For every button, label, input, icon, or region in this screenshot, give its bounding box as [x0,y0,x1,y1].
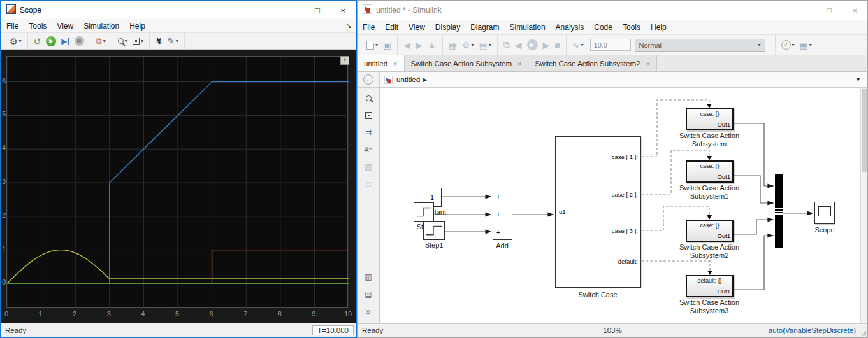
forward-button[interactable]: ▶ [413,40,425,50]
maximize-button[interactable]: □ [816,1,842,20]
scope-block[interactable] [814,202,835,224]
menu-diagram[interactable]: Diagram [465,23,504,32]
close-icon[interactable]: × [393,60,397,67]
menu-view[interactable]: View [403,23,430,32]
sim-step-back-button[interactable]: ◀ [512,40,524,50]
wave-icon: ∿ [572,40,580,50]
document-tabbar: untitled × Switch Case Action Subsystem … [358,55,867,72]
menu-simulation[interactable]: Simulation [78,22,124,31]
up-button[interactable]: ▲ [425,40,439,50]
breadcrumb-back-button[interactable]: ← [363,74,373,85]
scrollbar-thumb[interactable] [862,89,867,172]
menu-code[interactable]: Code [589,23,618,32]
subsystem-label: Switch Case Action Subsystem3 [668,299,751,315]
menu-overflow-icon[interactable]: ↘ [346,22,352,30]
minimize-button[interactable]: – [791,1,816,20]
close-icon[interactable]: × [646,60,649,67]
maximize-button[interactable]: □ [305,1,330,19]
model-canvas[interactable]: 1 Constant Step Step1 + + + Add [380,88,861,323]
step1-block[interactable] [423,221,445,240]
solver-name[interactable]: auto(VariableStepDiscrete) [769,327,856,334]
desktop: Scope – □ × File Tools View Simulation H… [0,0,868,338]
menu-tools[interactable]: Tools [24,22,52,31]
build-button[interactable]: ▦▾ [797,40,814,50]
x-tick-label: 8 [278,310,282,318]
step-forward-button[interactable]: ▶ [59,38,71,45]
menu-help[interactable]: Help [646,23,672,32]
palette-inspector-button[interactable]: ▤ [361,287,376,301]
sim-step-forward-button[interactable]: ▶ [540,40,553,50]
menu-edit[interactable]: Edit [380,23,403,32]
palette-zoom-button[interactable] [361,91,376,105]
highlight-block-button[interactable]: ⧉▾ [94,36,108,46]
model-explorer-button[interactable]: ▤▾ [476,40,493,50]
x-tick-label: 0 [4,310,8,318]
span-axes-button[interactable]: ▾ [130,38,146,45]
tab-switch-case-action-subsystem2[interactable]: Switch Case Action Subsystem2 × [528,55,656,71]
rewind-icon: ↺ [34,36,41,46]
add-block[interactable]: + + + [493,188,512,240]
scope-settings-button[interactable]: ⚙▾ [7,36,24,46]
step-back-button[interactable]: ↺ [31,36,44,46]
menu-display[interactable]: Display [430,23,465,32]
fit-view-icon [365,112,372,119]
switch-case-input-port: u1 [559,208,566,215]
measurements-button[interactable]: ✎▾ [165,36,181,46]
tab-switch-case-action-subsystem[interactable]: Switch Case Action Subsystem × [405,55,529,71]
switch-case-action-subsystem3-block[interactable]: default: {} Out1 [686,275,734,297]
breadcrumb-dropdown-icon[interactable]: ▼ [855,76,861,83]
close-icon[interactable]: × [517,60,521,67]
signal-monitor-button[interactable]: ⧉ [501,39,512,50]
stop-button[interactable] [72,36,87,46]
plot-dock-button[interactable]: ↥ [340,56,349,65]
menu-file[interactable]: File [1,22,24,31]
play-icon: ▶ [46,36,56,46]
model-config-button[interactable]: ⚙▾ [459,40,477,50]
mux-block[interactable] [775,174,783,248]
palette-image-button[interactable]: ▨ [361,160,376,174]
menu-analysis[interactable]: Analysis [551,23,590,32]
switch-case-action-subsystem1-block[interactable]: case: {} Out1 [686,160,734,183]
sim-run-button[interactable]: ▶ [524,39,540,50]
menu-tools[interactable]: Tools [618,23,646,32]
sim-mode-select[interactable]: Normal▾ [635,39,765,52]
close-button[interactable]: × [330,1,356,19]
palette-viewmarks-button[interactable]: ▥ [361,270,376,284]
add-port-plus: + [496,194,500,201]
menu-simulation[interactable]: Simulation [505,23,551,32]
highlight-icon: ⧉ [96,36,102,46]
palette-fit-view-button[interactable] [361,108,376,122]
switch-case-output-port: case [ 1 ]: [612,153,638,160]
minimize-button[interactable]: – [279,1,305,19]
simulation-display-button[interactable]: ∿▾ [570,40,586,50]
save-button[interactable]: ▣ [380,40,394,50]
zoom-button[interactable]: ▾ [115,38,130,44]
back-button[interactable]: ◀ [401,40,413,50]
step-block[interactable] [414,202,434,222]
canvas-vertical-scrollbar[interactable] [860,88,867,323]
sim-stop-time-input[interactable]: 10.0 [590,39,631,51]
trigger-button[interactable]: ↯ [153,36,165,46]
menu-file[interactable]: File [358,23,380,32]
menu-help[interactable]: Help [124,22,150,31]
sim-stop-button[interactable]: ■ [552,40,562,50]
subsystem-label: Switch Case Action Subsystem [668,132,751,148]
palette-area-button[interactable]: □ [361,177,376,191]
step-waveform-icon [424,222,444,239]
palette-annotation-button[interactable]: A≡ [361,143,376,157]
palette-route-button[interactable]: ⇉ [361,125,376,139]
palette-more-button[interactable]: » [361,304,376,318]
switch-case-block[interactable]: u1 case [ 1 ]: case [ 2 ]: case [ 3 ]: d… [555,136,641,288]
new-model-button[interactable]: ▾ [364,41,380,50]
run-button[interactable]: ▶ [43,36,59,46]
chevron-down-icon: ▾ [375,42,378,48]
close-button[interactable]: × [842,1,867,20]
library-browser-button[interactable]: ▦ [446,40,459,50]
switch-case-action-subsystem2-block[interactable]: case: {} Out1 [686,220,734,242]
menu-view[interactable]: View [52,22,78,31]
switch-case-action-subsystem-block[interactable]: case: {} Out1 [686,108,734,130]
tab-untitled[interactable]: untitled × [358,55,405,71]
breadcrumb-model-name[interactable]: untitled [396,76,420,83]
simulink-model-icon [363,4,372,17]
update-diagram-button[interactable]: ✓▾ [779,40,797,50]
